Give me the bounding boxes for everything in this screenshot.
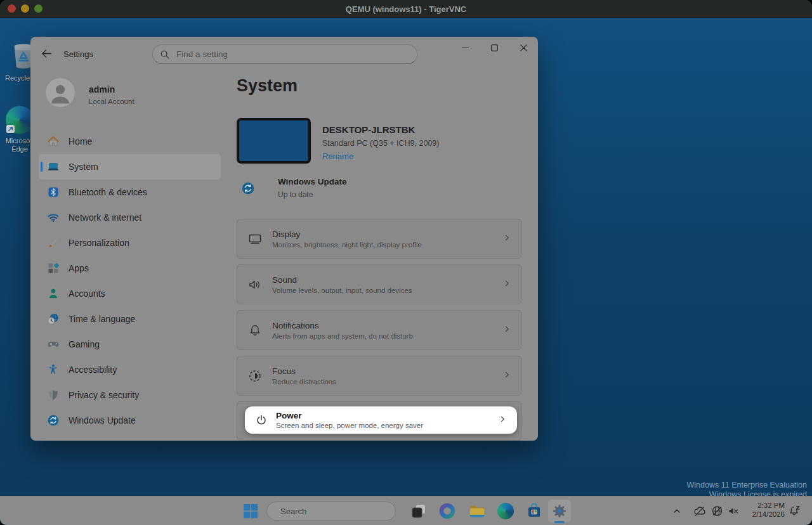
file-explorer-button[interactable]: [469, 503, 485, 519]
card-sound[interactable]: SoundVolume levels, output, input, sound…: [237, 264, 522, 304]
minimize-button[interactable]: [450, 37, 480, 58]
gear-icon: [552, 503, 567, 519]
device-name: DESKTOP-JLRSTBK: [322, 124, 415, 135]
sidebar-item-time-language[interactable]: Time & language: [39, 306, 221, 332]
sidebar-item-label: Privacy & security: [69, 390, 139, 400]
edge-icon: [497, 503, 514, 519]
close-window-button[interactable]: [8, 4, 16, 13]
chevron-up-icon: [672, 507, 681, 515]
shield-icon: [47, 389, 60, 401]
microsoft-store-button[interactable]: [526, 503, 542, 519]
tray-chevron-button[interactable]: [672, 507, 681, 515]
card-desc: Screen and sleep, power mode, energy sav…: [276, 422, 423, 429]
microsoft-store-icon: [526, 503, 542, 519]
settings-active-indicator: [554, 521, 565, 523]
card-title: Display: [272, 230, 422, 239]
card-power[interactable]: PowerScreen and sleep, power mode, energ…: [245, 406, 517, 434]
sidebar-item-label: Home: [69, 136, 92, 146]
volume-tray-button[interactable]: [728, 505, 739, 517]
sidebar-item-windows-update[interactable]: Windows Update: [39, 408, 221, 433]
chevron-right-icon: [502, 325, 511, 336]
sidebar-item-privacy-security[interactable]: Privacy & security: [39, 382, 221, 408]
volume-muted-icon: [728, 505, 739, 517]
onedrive-tray-button[interactable]: [693, 504, 706, 517]
sidebar-item-accounts[interactable]: Accounts: [39, 281, 221, 306]
chevron-right-icon: [502, 279, 511, 290]
card-desc: Reduce distractions: [272, 378, 336, 386]
windows-update-icon: [47, 414, 60, 427]
paintbrush-icon: [47, 237, 60, 249]
time-language-icon: [47, 313, 60, 325]
back-button[interactable]: [37, 45, 56, 62]
close-button[interactable]: [509, 37, 538, 58]
no-internet-icon: [711, 505, 723, 517]
home-icon: [47, 135, 60, 148]
card-focus[interactable]: FocusReduce distractions: [237, 356, 522, 396]
minimize-window-button[interactable]: [21, 4, 29, 13]
sidebar-item-gaming[interactable]: Gaming: [39, 332, 221, 357]
sidebar-item-label: Accessibility: [69, 365, 117, 375]
accessibility-icon: [47, 363, 60, 376]
copilot-icon: [439, 503, 455, 519]
file-explorer-icon: [469, 503, 485, 519]
search-icon: [160, 50, 169, 59]
traffic-lights: [8, 4, 43, 13]
sidebar-item-accessibility[interactable]: Accessibility: [39, 357, 221, 382]
sidebar-item-system[interactable]: System: [39, 154, 221, 179]
shortcut-arrow-icon: [6, 125, 15, 133]
windows-update-title[interactable]: Windows Update: [278, 177, 347, 186]
user-name: admin: [89, 84, 115, 94]
card-title: Focus: [272, 366, 336, 376]
avatar[interactable]: [46, 78, 75, 107]
taskbar-clock[interactable]: 2:32 PM 2/14/2026: [752, 501, 785, 519]
task-view-button[interactable]: [410, 503, 427, 519]
settings-app-title: Settings: [63, 49, 93, 59]
vnc-titlebar: QEMU (windows11) - TigerVNC: [0, 0, 812, 18]
sidebar-item-label: Gaming: [69, 339, 100, 349]
windows-logo-icon: [243, 503, 258, 519]
settings-search-input[interactable]: [175, 49, 409, 60]
sound-icon: [247, 277, 263, 292]
tray-time: 2:32 PM: [752, 501, 785, 510]
sidebar-item-personalization[interactable]: Personalization: [39, 230, 221, 256]
sidebar-item-apps[interactable]: Apps: [39, 256, 221, 281]
wifi-icon: [47, 211, 60, 224]
vnc-screen: QEMU (windows11) - TigerVNC Recycle Bin: [0, 0, 812, 525]
device-preview: [237, 118, 311, 164]
sidebar-item-network-internet[interactable]: Network & internet: [39, 205, 221, 230]
apps-icon: [47, 262, 60, 275]
display-icon: [247, 231, 263, 247]
sidebar-item-label: System: [69, 162, 98, 172]
notifications-tray-button[interactable]: [789, 505, 801, 517]
windows-update-status-icon: [241, 181, 255, 195]
taskbar-search-input[interactable]: [279, 506, 393, 517]
sidebar-item-home[interactable]: Home: [39, 129, 221, 154]
taskbar-search-box[interactable]: [266, 502, 396, 521]
rename-link[interactable]: Rename: [322, 152, 353, 161]
edge-icon: [6, 106, 34, 134]
zoom-window-button[interactable]: [34, 4, 43, 13]
power-icon: [255, 413, 268, 428]
gamepad-icon: [47, 338, 60, 351]
start-button[interactable]: [243, 503, 258, 519]
user-account-type: Local Account: [89, 98, 134, 105]
page-title: System: [237, 76, 298, 96]
chevron-right-icon: [502, 370, 511, 382]
copilot-button[interactable]: [439, 503, 455, 519]
bell-sleep-icon: [789, 505, 801, 517]
task-view-icon: [410, 503, 427, 519]
card-title: Sound: [272, 275, 412, 285]
windows-update-status: Up to date: [278, 190, 313, 199]
sidebar-item-bluetooth-devices[interactable]: Bluetooth & devices: [39, 179, 221, 205]
card-notifications[interactable]: NotificationsAlerts from apps and system…: [237, 310, 522, 350]
maximize-button[interactable]: [480, 37, 509, 58]
settings-taskbar-button[interactable]: [548, 500, 571, 522]
settings-search-box[interactable]: [152, 44, 417, 64]
accounts-icon: [47, 287, 60, 300]
edge-button[interactable]: [497, 503, 514, 519]
card-display[interactable]: DisplayMonitors, brightness, night light…: [237, 219, 522, 259]
settings-sidebar: Home System Bluetooth & devices Network …: [39, 129, 221, 433]
card-desc: Alerts from apps and system, do not dist…: [272, 332, 413, 340]
network-tray-button[interactable]: [711, 505, 723, 517]
system-icon: [47, 160, 60, 173]
